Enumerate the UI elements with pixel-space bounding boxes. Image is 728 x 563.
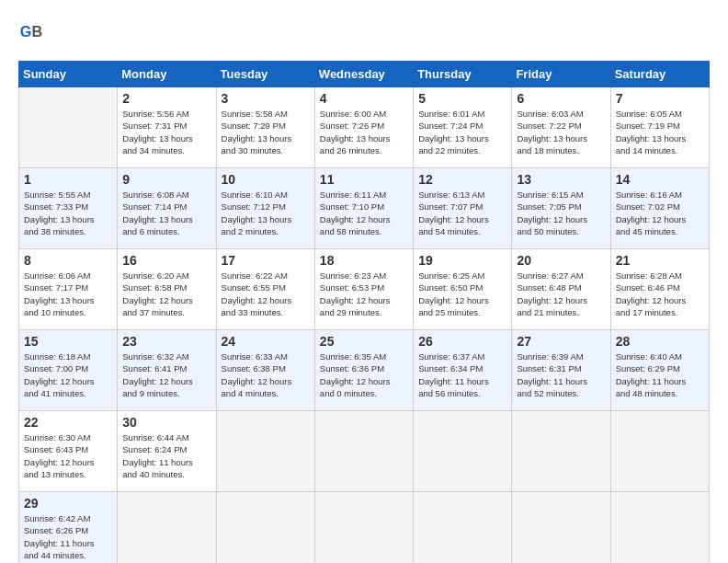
calendar-cell: [610, 492, 709, 564]
svg-marker-2: [43, 25, 50, 45]
calendar-cell: [216, 492, 314, 564]
calendar-cell: 5Sunrise: 6:01 AM Sunset: 7:24 PM Daylig…: [414, 87, 512, 168]
day-info: Sunrise: 6:11 AM Sunset: 7:10 PM Dayligh…: [320, 189, 408, 237]
logo: G B: [18, 18, 57, 52]
day-info: Sunrise: 6:23 AM Sunset: 6:53 PM Dayligh…: [320, 270, 408, 318]
calendar-cell: 28Sunrise: 6:40 AM Sunset: 6:29 PM Dayli…: [610, 330, 709, 411]
logo-icon: G B: [18, 18, 51, 52]
day-info: Sunrise: 6:00 AM Sunset: 7:26 PM Dayligh…: [320, 108, 408, 156]
day-info: Sunrise: 6:32 AM Sunset: 6:41 PM Dayligh…: [122, 350, 210, 399]
day-info: Sunrise: 6:06 AM Sunset: 7:17 PM Dayligh…: [24, 270, 112, 318]
day-info: Sunrise: 6:03 AM Sunset: 7:22 PM Dayligh…: [517, 108, 605, 156]
day-info: Sunrise: 6:08 AM Sunset: 7:14 PM Dayligh…: [122, 189, 210, 237]
day-number: 20: [517, 253, 605, 268]
calendar-cell: 18Sunrise: 6:23 AM Sunset: 6:53 PM Dayli…: [314, 249, 413, 330]
day-number: 28: [616, 334, 704, 349]
day-info: Sunrise: 6:20 AM Sunset: 6:58 PM Dayligh…: [122, 270, 210, 318]
calendar-cell: 13Sunrise: 6:15 AM Sunset: 7:05 PM Dayli…: [512, 168, 610, 249]
weekday-header: Wednesday: [314, 62, 413, 87]
day-info: Sunrise: 6:16 AM Sunset: 7:02 PM Dayligh…: [616, 189, 704, 237]
calendar-cell: [512, 411, 610, 492]
calendar-cell: 3Sunrise: 5:58 AM Sunset: 7:29 PM Daylig…: [216, 87, 314, 168]
calendar-cell: 10Sunrise: 6:10 AM Sunset: 7:12 PM Dayli…: [216, 168, 314, 249]
calendar-cell: [414, 492, 512, 564]
day-number: 15: [24, 334, 112, 349]
calendar-cell: 25Sunrise: 6:35 AM Sunset: 6:36 PM Dayli…: [314, 330, 413, 411]
day-number: 30: [122, 415, 210, 430]
day-info: Sunrise: 6:13 AM Sunset: 7:07 PM Dayligh…: [418, 189, 506, 237]
day-number: 12: [418, 172, 506, 187]
day-number: 26: [418, 334, 506, 349]
day-number: 6: [517, 91, 605, 106]
calendar-cell: 26Sunrise: 6:37 AM Sunset: 6:34 PM Dayli…: [414, 330, 512, 411]
day-number: 4: [320, 91, 408, 106]
calendar-cell: 14Sunrise: 6:16 AM Sunset: 7:02 PM Dayli…: [610, 168, 709, 249]
calendar-cell: [19, 87, 118, 168]
calendar-cell: 6Sunrise: 6:03 AM Sunset: 7:22 PM Daylig…: [512, 87, 610, 168]
calendar-cell: 12Sunrise: 6:13 AM Sunset: 7:07 PM Dayli…: [414, 168, 512, 249]
day-number: 17: [222, 253, 310, 268]
calendar-cell: 2Sunrise: 5:56 AM Sunset: 7:31 PM Daylig…: [118, 87, 216, 168]
calendar-cell: 20Sunrise: 6:27 AM Sunset: 6:48 PM Dayli…: [512, 249, 610, 330]
svg-text:B: B: [31, 23, 42, 40]
calendar-cell: 24Sunrise: 6:33 AM Sunset: 6:38 PM Dayli…: [216, 330, 314, 411]
calendar-week-row: 2Sunrise: 5:56 AM Sunset: 7:31 PM Daylig…: [19, 87, 710, 168]
day-info: Sunrise: 6:18 AM Sunset: 7:00 PM Dayligh…: [24, 350, 112, 399]
calendar-cell: [314, 411, 413, 492]
day-number: 25: [320, 334, 408, 349]
day-info: Sunrise: 6:27 AM Sunset: 6:48 PM Dayligh…: [517, 270, 605, 318]
day-number: 21: [616, 253, 704, 268]
calendar-cell: 19Sunrise: 6:25 AM Sunset: 6:50 PM Dayli…: [414, 249, 512, 330]
weekday-header: Friday: [512, 62, 610, 87]
day-number: 16: [122, 253, 210, 268]
day-number: 1: [24, 172, 112, 187]
calendar-cell: [414, 411, 512, 492]
day-info: Sunrise: 6:01 AM Sunset: 7:24 PM Dayligh…: [418, 108, 506, 156]
day-info: Sunrise: 6:10 AM Sunset: 7:12 PM Dayligh…: [222, 189, 310, 237]
day-info: Sunrise: 6:22 AM Sunset: 6:55 PM Dayligh…: [222, 270, 310, 318]
day-number: 9: [122, 172, 210, 187]
page-header: G B: [18, 18, 710, 52]
day-number: 3: [222, 91, 310, 106]
calendar-cell: [216, 411, 314, 492]
day-info: Sunrise: 6:28 AM Sunset: 6:46 PM Dayligh…: [616, 270, 704, 318]
calendar-cell: [118, 492, 216, 564]
calendar-cell: [512, 492, 610, 564]
calendar-cell: 4Sunrise: 6:00 AM Sunset: 7:26 PM Daylig…: [314, 87, 413, 168]
day-info: Sunrise: 6:40 AM Sunset: 6:29 PM Dayligh…: [616, 350, 704, 399]
weekday-header: Monday: [118, 62, 216, 87]
calendar-cell: [314, 492, 413, 564]
calendar-cell: 16Sunrise: 6:20 AM Sunset: 6:58 PM Dayli…: [118, 249, 216, 330]
day-info: Sunrise: 6:33 AM Sunset: 6:38 PM Dayligh…: [222, 350, 310, 399]
day-info: Sunrise: 6:35 AM Sunset: 6:36 PM Dayligh…: [320, 350, 408, 399]
calendar-cell: 8Sunrise: 6:06 AM Sunset: 7:17 PM Daylig…: [19, 249, 118, 330]
calendar-cell: 27Sunrise: 6:39 AM Sunset: 6:31 PM Dayli…: [512, 330, 610, 411]
day-info: Sunrise: 6:44 AM Sunset: 6:24 PM Dayligh…: [122, 431, 210, 480]
calendar-cell: 23Sunrise: 6:32 AM Sunset: 6:41 PM Dayli…: [118, 330, 216, 411]
calendar-cell: 1Sunrise: 5:55 AM Sunset: 7:33 PM Daylig…: [19, 168, 118, 249]
weekday-header-row: SundayMondayTuesdayWednesdayThursdayFrid…: [19, 62, 710, 87]
day-info: Sunrise: 6:15 AM Sunset: 7:05 PM Dayligh…: [517, 189, 605, 237]
day-info: Sunrise: 5:55 AM Sunset: 7:33 PM Dayligh…: [24, 189, 112, 237]
calendar-cell: 30Sunrise: 6:44 AM Sunset: 6:24 PM Dayli…: [118, 411, 216, 492]
calendar-cell: 17Sunrise: 6:22 AM Sunset: 6:55 PM Dayli…: [216, 249, 314, 330]
day-info: Sunrise: 6:39 AM Sunset: 6:31 PM Dayligh…: [517, 350, 605, 399]
day-number: 7: [616, 91, 704, 106]
calendar-cell: 21Sunrise: 6:28 AM Sunset: 6:46 PM Dayli…: [610, 249, 709, 330]
day-number: 14: [616, 172, 704, 187]
day-number: 27: [517, 334, 605, 349]
day-number: 13: [517, 172, 605, 187]
day-number: 18: [320, 253, 408, 268]
calendar-week-row: 1Sunrise: 5:55 AM Sunset: 7:33 PM Daylig…: [19, 168, 710, 249]
calendar-week-row: 15Sunrise: 6:18 AM Sunset: 7:00 PM Dayli…: [19, 330, 710, 411]
day-number: 19: [418, 253, 506, 268]
calendar-week-row: 22Sunrise: 6:30 AM Sunset: 6:43 PM Dayli…: [19, 411, 710, 492]
calendar-cell: 29Sunrise: 6:42 AM Sunset: 6:26 PM Dayli…: [19, 492, 118, 564]
day-info: Sunrise: 5:58 AM Sunset: 7:29 PM Dayligh…: [222, 108, 310, 156]
calendar-cell: 7Sunrise: 6:05 AM Sunset: 7:19 PM Daylig…: [610, 87, 709, 168]
calendar-cell: 15Sunrise: 6:18 AM Sunset: 7:00 PM Dayli…: [19, 330, 118, 411]
weekday-header: Tuesday: [216, 62, 314, 87]
day-number: 22: [24, 415, 112, 430]
day-number: 23: [122, 334, 210, 349]
day-info: Sunrise: 6:42 AM Sunset: 6:26 PM Dayligh…: [24, 512, 112, 561]
